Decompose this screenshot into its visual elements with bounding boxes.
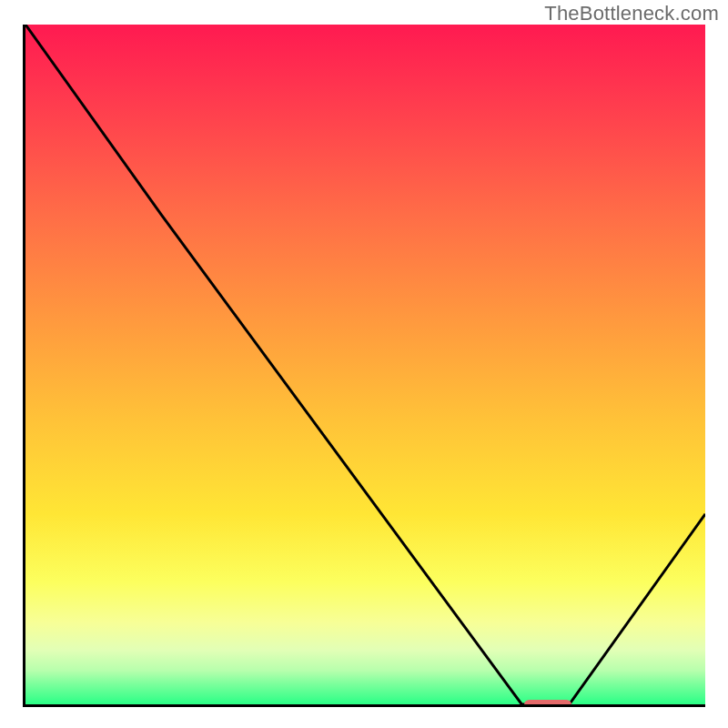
bottleneck-curve	[25, 25, 705, 704]
watermark-text: TheBottleneck.com	[544, 2, 719, 25]
curve-path	[25, 25, 705, 704]
chart-frame: TheBottleneck.com	[0, 0, 728, 728]
optimum-marker	[524, 700, 572, 707]
plot-area	[23, 25, 705, 707]
